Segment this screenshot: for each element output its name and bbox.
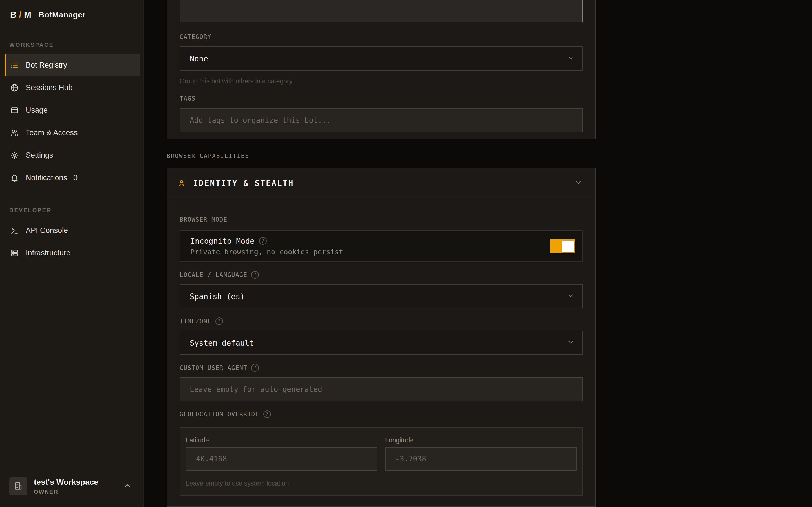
incognito-mode-row: Incognito Mode ? Private browsing, no co… [180,230,583,262]
help-icon[interactable]: ? [251,364,259,372]
nav-spacer [0,189,143,207]
locale-label: LOCALE / LANGUAGE ? [180,271,583,279]
app-title: BotManager [39,10,86,19]
chevron-down-icon [567,292,574,300]
notifications-count: 0 [73,173,78,182]
sidebar-nav: WORKSPACE Bot Registry Sessions Hub Usag… [0,31,143,264]
help-icon[interactable]: ? [263,410,271,418]
bot-metadata-card: CATEGORY None Group this bot with others… [167,0,596,139]
sidebar-item-team-access[interactable]: Team & Access [4,121,140,144]
tags-input[interactable] [180,108,583,132]
category-value: None [190,54,208,63]
logo-mark-slash: / [19,10,21,20]
workspace-role: OWNER [34,489,123,495]
incognito-mode-subtitle: Private browsing, no cookies persist [190,248,343,256]
chevron-down-icon [574,179,582,187]
sidebar-item-label: Usage [26,106,48,115]
longitude-input[interactable] [385,447,576,471]
nav-section-developer: DEVELOPER [9,207,143,214]
sidebar-item-bot-registry[interactable]: Bot Registry [4,54,140,76]
identity-stealth-title: IDENTITY & STEALTH [193,179,574,188]
timezone-select[interactable]: System default [180,331,583,355]
sidebar-item-usage[interactable]: Usage [4,99,140,121]
sidebar-item-label: API Console [26,226,68,235]
chevron-up-icon [123,482,132,491]
people-icon [10,128,19,137]
toggle-knob [562,240,574,252]
latitude-field: Latitude [186,437,377,471]
sidebar-item-api-console[interactable]: API Console [4,219,140,242]
workspace-switcher[interactable]: test's Workspace OWNER [0,473,143,507]
category-help-text: Group this bot with others in a category [180,77,583,85]
workspace-meta: test's Workspace OWNER [34,478,123,495]
locale-label-text: LOCALE / LANGUAGE [180,272,247,278]
sidebar-item-notifications[interactable]: Notifications 0 [4,166,140,189]
longitude-label: Longitude [385,437,576,444]
timezone-label-text: TIMEZONE [180,318,211,325]
workspace-name: test's Workspace [34,478,123,487]
nav-section-workspace: WORKSPACE [9,42,143,48]
geolocation-label-text: GEOLOCATION OVERRIDE [180,411,259,418]
chevron-down-icon [567,339,574,347]
locale-value: Spanish (es) [190,292,245,301]
locale-select[interactable]: Spanish (es) [180,284,583,308]
description-textarea[interactable] [180,0,583,22]
list-icon [10,61,19,69]
geolocation-help-text: Leave empty to use system location [186,480,576,487]
browser-mode-label: BROWSER MODE [180,216,583,223]
sidebar-item-label: Infrastructure [26,249,70,258]
workspace-avatar [9,477,28,496]
sidebar-item-sessions-hub[interactable]: Sessions Hub [4,76,140,99]
incognito-toggle[interactable] [550,239,575,253]
app-logo: B / M BotManager [0,0,143,31]
card-icon [10,106,19,115]
incognito-texts: Incognito Mode ? Private browsing, no co… [190,237,343,256]
identity-stealth-header[interactable]: IDENTITY & STEALTH [167,168,595,198]
sidebar-item-settings[interactable]: Settings [4,144,140,166]
timezone-label: TIMEZONE ? [180,318,583,325]
geolocation-label: GEOLOCATION OVERRIDE ? [180,410,583,418]
main-content: CATEGORY None Group this bot with others… [167,0,596,507]
category-label: CATEGORY [180,34,583,40]
help-icon[interactable]: ? [259,237,267,245]
server-icon [10,249,19,258]
sidebar-item-label: Team & Access [26,128,78,137]
geolocation-override-box: Latitude Longitude Leave empty to use sy… [180,427,583,496]
sidebar-item-label: Settings [26,151,53,160]
terminal-icon [10,226,19,235]
sidebar-item-label: Bot Registry [26,61,67,69]
sidebar-item-infrastructure[interactable]: Infrastructure [4,242,140,264]
person-icon [177,179,186,187]
globe-icon [10,83,19,92]
gear-icon [10,151,19,160]
browser-capabilities-section-label: BROWSER CAPABILITIES [167,153,596,159]
user-agent-label-text: CUSTOM USER-AGENT [180,364,247,371]
sidebar-item-label: Sessions Hub [26,83,73,92]
timezone-value: System default [190,339,254,347]
chevron-down-icon [567,54,574,63]
latitude-label: Latitude [186,437,377,444]
identity-stealth-body: BROWSER MODE Incognito Mode ? Private br… [167,198,595,506]
bell-icon [10,173,19,182]
identity-stealth-card: IDENTITY & STEALTH BROWSER MODE Incognit… [167,168,596,507]
latitude-input[interactable] [186,447,377,471]
logo-mark-left: B [10,10,16,20]
longitude-field: Longitude [385,437,576,471]
logo-mark-right: M [24,10,31,20]
help-icon[interactable]: ? [251,271,259,279]
incognito-mode-title: Incognito Mode [190,237,255,245]
sidebar-item-label: Notifications [26,173,67,182]
help-icon[interactable]: ? [215,318,223,325]
user-agent-label: CUSTOM USER-AGENT ? [180,364,583,372]
category-select[interactable]: None [180,47,583,71]
tags-label: TAGS [180,95,583,102]
building-icon [13,481,23,492]
sidebar: B / M BotManager WORKSPACE Bot Registry … [0,0,144,507]
user-agent-input[interactable] [180,377,583,401]
